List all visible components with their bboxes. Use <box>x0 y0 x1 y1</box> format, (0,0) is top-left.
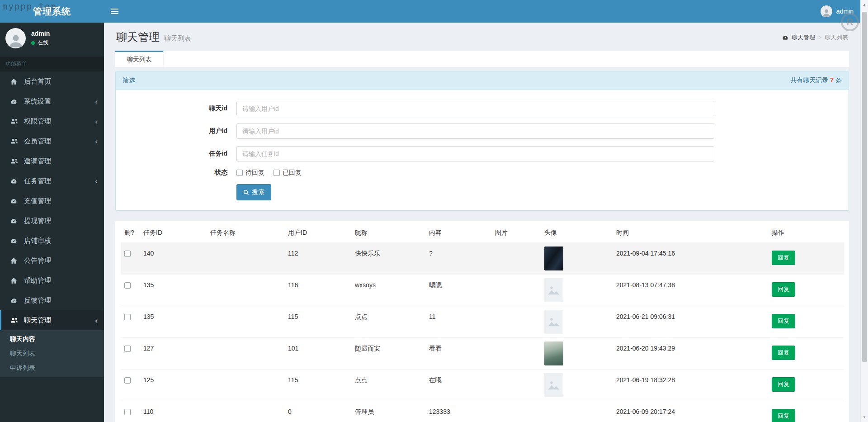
table-row: 135115点点112021-06-21 09:06:31回复 <box>121 306 844 338</box>
sidebar-user-panel: admin 在线 <box>0 23 104 54</box>
cell-nickname: 点点 <box>351 370 425 401</box>
sidebar-item-2[interactable]: 系统设置‹ <box>0 91 104 111</box>
row-checkbox[interactable] <box>124 409 131 415</box>
reply-button[interactable]: 回复 <box>772 314 795 328</box>
column-header: 任务ID <box>140 223 207 243</box>
sidebar: 管理系统 admin 在线 功能菜单 后台首页系统设置‹权限管理‹会员管理‹邀请… <box>0 0 104 422</box>
cell-user-id: 112 <box>284 243 351 275</box>
checkbox[interactable] <box>274 170 280 176</box>
row-checkbox[interactable] <box>124 314 131 320</box>
reply-button[interactable]: 回复 <box>772 409 795 422</box>
table-row: 125115点点在哦2021-06-19 18:32:28回复 <box>121 370 844 401</box>
cell-task-name <box>207 338 284 370</box>
home-icon <box>10 277 20 284</box>
cell-task-id: 125 <box>140 370 207 401</box>
column-header: 时间 <box>613 223 768 243</box>
sidebar-item-4[interactable]: 会员管理‹ <box>0 131 104 151</box>
menu-header: 功能菜单 <box>0 57 104 71</box>
cell-content: 11 <box>425 306 491 338</box>
scrollbar-thumb[interactable] <box>862 12 867 362</box>
filter-input[interactable] <box>236 123 714 139</box>
page-title: 聊天管理 <box>116 30 160 44</box>
cell-task-name <box>207 370 284 401</box>
scroll-down-arrow[interactable]: ▼ <box>861 415 868 419</box>
cell-task-id: 135 <box>140 275 207 306</box>
topbar: admin <box>104 0 868 23</box>
breadcrumb-current: 聊天列表 <box>825 33 848 42</box>
submenu-item[interactable]: 聊天列表 <box>0 346 104 361</box>
chevron-left-icon: ‹ <box>95 317 98 324</box>
home-icon <box>10 257 20 264</box>
row-checkbox[interactable] <box>124 377 131 384</box>
sidebar-item-6[interactable]: 任务管理‹ <box>0 171 104 191</box>
hamburger-menu-button[interactable] <box>104 0 125 23</box>
user-avatar-icon <box>5 28 26 48</box>
sidebar-item-9[interactable]: 店铺审核 <box>0 231 104 251</box>
submenu-item[interactable]: 聊天内容 <box>0 332 104 346</box>
row-checkbox[interactable] <box>124 346 131 352</box>
submenu: 聊天内容聊天列表申诉列表 <box>0 330 104 377</box>
sidebar-item-5[interactable]: 邀请管理 <box>0 151 104 171</box>
cell-nickname: 快快乐乐 <box>351 243 425 275</box>
topbar-avatar-icon <box>821 5 832 17</box>
avatar-placeholder-image <box>544 278 563 302</box>
filter-input[interactable] <box>236 101 714 116</box>
field-label: 聊天id <box>123 104 236 113</box>
cell-time: 2021-06-21 09:06:31 <box>613 306 768 338</box>
users-icon <box>10 138 20 144</box>
avatar-photo <box>544 341 563 365</box>
cell-content: 看看 <box>425 338 491 370</box>
filter-form: 聊天id用户id任务id 状态 待回复已回复 搜索 <box>116 90 849 210</box>
reply-button[interactable]: 回复 <box>772 251 795 265</box>
content-header: 聊天管理 聊天列表 聊天管理 > 聊天列表 <box>115 23 849 51</box>
sidebar-item-13[interactable]: 聊天管理‹ <box>0 310 104 330</box>
gauge-icon <box>782 34 788 41</box>
table-header-row: 删?任务ID任务名称用户ID昵称内容图片头像时间操作 <box>121 223 844 243</box>
reply-button[interactable]: 回复 <box>772 377 795 392</box>
sidebar-item-8[interactable]: 提现管理 <box>0 211 104 231</box>
brand-logo[interactable]: 管理系统 <box>0 0 104 23</box>
online-dot-icon <box>31 41 35 45</box>
submenu-item[interactable]: 申诉列表 <box>0 361 104 375</box>
row-checkbox[interactable] <box>124 251 131 257</box>
scroll-up-arrow[interactable]: ▲ <box>861 3 868 7</box>
sidebar-menu: 后台首页系统设置‹权限管理‹会员管理‹邀请管理任务管理‹充值管理提现管理店铺审核… <box>0 71 104 377</box>
column-header: 头像 <box>541 223 613 243</box>
gauge-icon <box>10 218 20 224</box>
reply-button[interactable]: 回复 <box>772 346 795 360</box>
avatar-placeholder-image <box>544 373 563 397</box>
cell-image <box>491 401 541 422</box>
status-checkbox-option[interactable]: 待回复 <box>236 169 264 177</box>
cell-user-id: 115 <box>284 306 351 338</box>
topbar-user-menu[interactable]: admin <box>821 0 854 23</box>
sidebar-item-3[interactable]: 权限管理‹ <box>0 111 104 131</box>
sidebar-item-7[interactable]: 充值管理 <box>0 191 104 211</box>
cell-content: 123333 <box>425 401 491 422</box>
cell-task-id: 140 <box>140 243 207 275</box>
cell-image <box>491 370 541 401</box>
tab-chat-list[interactable]: 聊天列表 <box>115 51 164 67</box>
breadcrumb-link[interactable]: 聊天管理 <box>792 33 815 42</box>
search-button[interactable]: 搜索 <box>236 184 271 200</box>
avatar-placeholder-image <box>544 310 563 334</box>
row-checkbox[interactable] <box>124 282 131 289</box>
cell-task-name <box>207 306 284 338</box>
sidebar-item-11[interactable]: 帮助管理 <box>0 270 104 290</box>
cell-user-id: 101 <box>284 338 351 370</box>
sidebar-item-10[interactable]: 公告管理 <box>0 251 104 270</box>
gauge-icon <box>10 198 20 204</box>
status-checkbox-option[interactable]: 已回复 <box>274 169 302 177</box>
table-row: 1100管理员1233332021-06-09 20:17:24回复 <box>121 401 844 422</box>
reply-button[interactable]: 回复 <box>772 282 795 297</box>
filter-input[interactable] <box>236 146 714 161</box>
data-table-panel: 删?任务ID任务名称用户ID昵称内容图片头像时间操作 140112快快乐乐?20… <box>115 221 849 422</box>
column-header: 任务名称 <box>207 223 284 243</box>
user-status[interactable]: 在线 <box>31 39 50 47</box>
sidebar-item-1[interactable]: 后台首页 <box>0 71 104 91</box>
vertical-scrollbar[interactable]: ▲ ▼ <box>860 0 868 422</box>
users-icon <box>10 317 20 323</box>
checkbox[interactable] <box>236 170 243 176</box>
gauge-icon <box>10 237 20 244</box>
gauge-icon <box>10 98 20 105</box>
sidebar-item-12[interactable]: 反馈管理 <box>0 290 104 310</box>
